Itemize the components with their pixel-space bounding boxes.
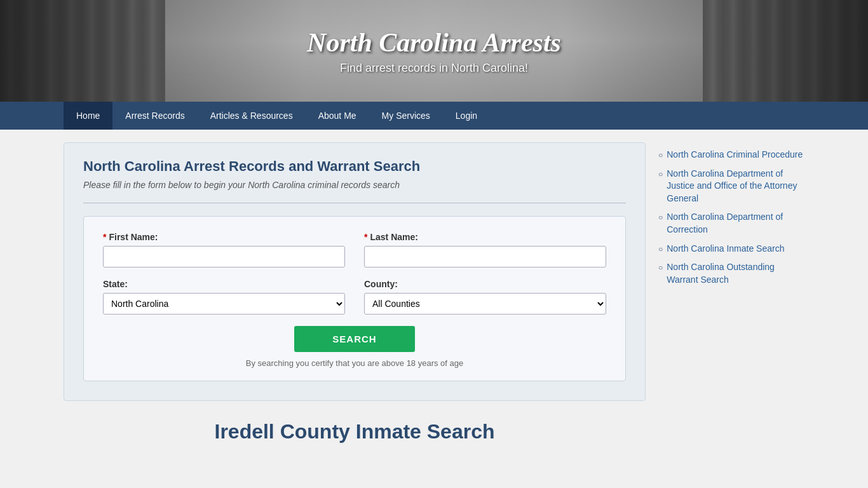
sidebar-bullet: ○ <box>658 212 663 223</box>
sidebar-bullet: ○ <box>658 168 663 180</box>
state-select[interactable]: North Carolina <box>103 293 345 315</box>
nav-item-home[interactable]: Home <box>64 102 112 130</box>
county-label: County: <box>364 279 606 289</box>
form-box: *First Name: *Last Name: State: <box>83 216 626 381</box>
name-row: *First Name: *Last Name: <box>103 232 606 268</box>
first-name-label: *First Name: <box>103 232 345 242</box>
nav-item-login[interactable]: Login <box>443 102 490 130</box>
header-banner: North Carolina Arrests Find arrest recor… <box>0 0 868 102</box>
sidebar-link-1[interactable]: North Carolina Department of Justice and… <box>667 168 804 205</box>
main-container: North Carolina Arrest Records and Warran… <box>0 130 868 456</box>
sidebar-link-2[interactable]: North Carolina Department of Correction <box>667 211 804 236</box>
county-group: County: All Counties <box>364 279 606 315</box>
nav-item-my-services[interactable]: My Services <box>369 102 443 130</box>
first-name-group: *First Name: <box>103 232 345 268</box>
sidebar-item: ○North Carolina Outstanding Warrant Sear… <box>658 261 804 286</box>
sidebar-item: ○North Carolina Department of Correction <box>658 211 804 236</box>
sidebar-link-3[interactable]: North Carolina Inmate Search <box>667 243 784 255</box>
county-select[interactable]: All Counties <box>364 293 606 315</box>
search-btn-row: SEARCH <box>103 326 606 352</box>
sidebar-link-0[interactable]: North Carolina Criminal Procedure <box>667 149 803 161</box>
last-name-group: *Last Name: <box>364 232 606 268</box>
site-subtitle: Find arrest records in North Carolina! <box>307 62 561 75</box>
nav-item-about-me[interactable]: About Me <box>306 102 369 130</box>
sidebar-item: ○North Carolina Criminal Procedure <box>658 149 804 161</box>
first-name-input[interactable] <box>103 246 345 268</box>
sidebar-bullet: ○ <box>658 243 663 255</box>
search-button[interactable]: SEARCH <box>294 326 414 352</box>
sidebar-bullet: ○ <box>658 262 663 273</box>
main-nav: HomeArrest RecordsArticles & ResourcesAb… <box>0 102 868 130</box>
sidebar-links: ○North Carolina Criminal Procedure○North… <box>658 142 804 299</box>
search-card-divider <box>83 203 626 203</box>
first-name-required: * <box>103 232 106 242</box>
state-label: State: <box>103 279 345 289</box>
search-card-title: North Carolina Arrest Records and Warran… <box>83 158 626 175</box>
sidebar-link-4[interactable]: North Carolina Outstanding Warrant Searc… <box>667 261 804 286</box>
site-title: North Carolina Arrests <box>307 27 561 58</box>
page-heading: Iredell County Inmate Search <box>64 420 646 444</box>
sidebar-item: ○North Carolina Department of Justice an… <box>658 168 804 205</box>
location-row: State: North Carolina County: All Counti… <box>103 279 606 315</box>
state-group: State: North Carolina <box>103 279 345 315</box>
last-name-required: * <box>364 232 367 242</box>
nav-item-articles-&-resources[interactable]: Articles & Resources <box>198 102 306 130</box>
search-certification: By searching you certify that you are ab… <box>103 358 606 368</box>
content-area: North Carolina Arrest Records and Warran… <box>64 142 646 444</box>
sidebar-item: ○North Carolina Inmate Search <box>658 243 804 255</box>
search-card-subtitle: Please fill in the form below to begin y… <box>83 180 626 190</box>
last-name-input[interactable] <box>364 246 606 268</box>
sidebar-bullet: ○ <box>658 149 663 161</box>
search-card: North Carolina Arrest Records and Warran… <box>64 142 646 401</box>
last-name-label: *Last Name: <box>364 232 606 242</box>
sidebar: ○North Carolina Criminal Procedure○North… <box>658 142 804 444</box>
header-title-block: North Carolina Arrests Find arrest recor… <box>307 27 561 75</box>
nav-item-arrest-records[interactable]: Arrest Records <box>112 102 197 130</box>
